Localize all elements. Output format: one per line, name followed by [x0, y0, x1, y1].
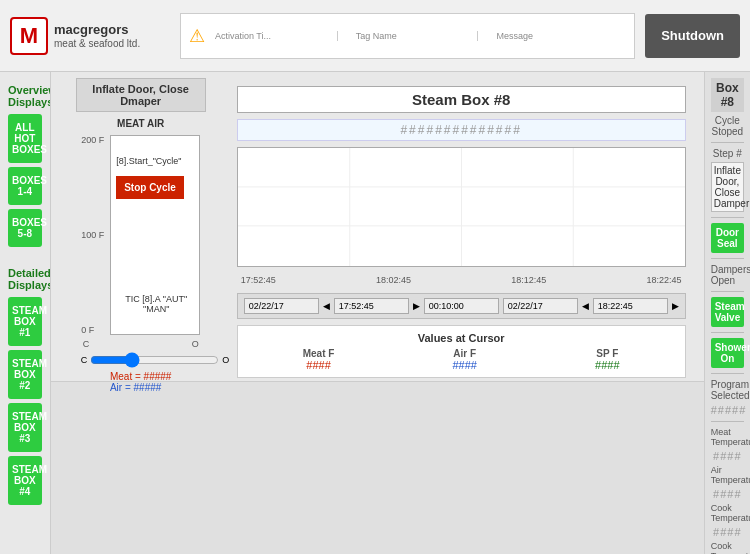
alert-icon: ⚠: [189, 25, 205, 47]
program-val: #####: [711, 404, 744, 416]
slider-input[interactable]: [90, 355, 219, 365]
cook-temp2-label: Cook Temperature: [711, 541, 744, 554]
steam-valve-btn[interactable]: Steam Valve: [711, 297, 744, 327]
sidebar: Overview Displays ALL HOT BOXES BOXES 1-…: [0, 72, 51, 554]
status-box-title: Box #8: [711, 78, 744, 112]
alert-col3: Message: [496, 31, 618, 41]
program-selected-label: Program Selected: [711, 379, 744, 401]
meat-air-values: Meat = ##### Air = #####: [110, 371, 171, 393]
alert-col1: Activation Ti...: [215, 31, 338, 41]
divider2: [711, 217, 744, 218]
cf-labels: C O: [83, 339, 199, 349]
cursor-title: Values at Cursor: [244, 332, 679, 344]
cursor-values: Values at Cursor Meat F #### Air F #### …: [237, 325, 686, 378]
step-label: Step #: [711, 148, 744, 159]
time-start-date[interactable]: [244, 298, 319, 314]
sidebar-btn-all-hot-boxes[interactable]: ALL HOT BOXES: [8, 114, 42, 163]
status-box: Box #8 Cycle Stoped Step # Inflate Door,…: [704, 72, 750, 554]
sidebar-btn-steam-box-3[interactable]: STEAM BOX #3: [8, 403, 42, 452]
cursor-sp-label: SP F: [595, 348, 619, 359]
logo-box: M: [10, 17, 48, 55]
alert-col1-label: Activation Ti...: [215, 31, 329, 41]
tic-label: TIC [8].A "AUT" "MAN": [113, 294, 199, 314]
chart-inner: [8].Start_"Cycle" Stop Cycle TIC [8].A "…: [110, 135, 200, 335]
cursor-air-val: ####: [452, 359, 476, 371]
time-arrow-right[interactable]: ▶: [413, 301, 420, 311]
y-top: 200 F: [81, 135, 104, 145]
cursor-sp-val: ####: [595, 359, 619, 371]
inflate-area: Inflate Door, Close Dmaper MEAT AIR 200 …: [51, 72, 704, 382]
cursor-col-sp: SP F ####: [595, 348, 619, 371]
cycle-stopped-label: Cycle Stoped: [711, 115, 744, 137]
steam-box-title: Steam Box #8: [237, 86, 686, 113]
sidebar-btn-steam-box-4[interactable]: STEAM BOX #4: [8, 456, 42, 505]
cursor-cols: Meat F #### Air F #### SP F ####: [244, 348, 679, 371]
time-label-2: 18:02:45: [376, 275, 411, 285]
chart-container: 200 F 100 F 0 F [8].Start_"Cycle" Stop C…: [81, 135, 200, 335]
logo-area: M macgregors meat & seafood ltd.: [10, 17, 170, 55]
divider5: [711, 332, 744, 333]
meat-value: Meat = #####: [110, 371, 171, 382]
meat-air-label: MEAT AIR: [117, 118, 164, 129]
logo-m: M: [20, 23, 38, 49]
time-start-val[interactable]: [334, 298, 409, 314]
time-arrow-left[interactable]: ◀: [323, 301, 330, 311]
steam-chart: [237, 147, 686, 267]
time-end-val[interactable]: [593, 298, 668, 314]
steam-box-area: Steam Box #8 ############## 17:52:45: [229, 78, 694, 375]
cursor-air-label: Air F: [452, 348, 476, 359]
dampers-label: Dampers Open: [711, 264, 750, 286]
step-value: Inflate Door, Close Damper: [711, 162, 744, 212]
detailed-section-title: Detailed Displays: [8, 263, 42, 293]
main-layout: Overview Displays ALL HOT BOXES BOXES 1-…: [0, 72, 750, 554]
x-o-label: O: [192, 339, 199, 349]
alert-col3-label: Message: [496, 31, 610, 41]
y-bot: 0 F: [81, 325, 104, 335]
time-label-3: 18:12:45: [511, 275, 546, 285]
divider7: [711, 421, 744, 422]
meat-temp-label: Meat Temperature: [711, 427, 744, 447]
shower-on-btn[interactable]: Shower On: [711, 338, 744, 368]
y-mid: 100 F: [81, 230, 104, 240]
steam-hash-bar: ##############: [237, 119, 686, 141]
time-axis: 17:52:45 18:02:45 18:12:45 18:22:45: [237, 273, 686, 287]
cook-temp1-label: Cook Temperature: [711, 503, 744, 523]
inflate-box: Inflate Door, Close Dmaper MEAT AIR 200 …: [61, 78, 221, 375]
time-arrow-left2[interactable]: ◀: [582, 301, 589, 311]
air-temp-val: ####: [711, 488, 744, 500]
cursor-col-meat: Meat F ####: [303, 348, 335, 371]
stop-cycle-button[interactable]: Stop Cycle: [116, 176, 184, 199]
alert-col2: Tag Name: [356, 31, 479, 41]
steam-chart-svg: [238, 148, 685, 266]
y-axis: 200 F 100 F 0 F: [81, 135, 106, 335]
sidebar-btn-steam-box-2[interactable]: STEAM BOX #2: [8, 350, 42, 399]
time-duration[interactable]: [424, 298, 499, 314]
meat-temp-val: ####: [711, 450, 744, 462]
air-temp-label: Air Temperature: [711, 465, 744, 485]
door-seal-btn[interactable]: Door Seal: [711, 223, 744, 253]
time-end-date[interactable]: [503, 298, 578, 314]
cursor-meat-val: ####: [303, 359, 335, 371]
sidebar-btn-boxes-1-4[interactable]: BOXES 1-4: [8, 167, 42, 205]
dampers-row: Dampers Open 0 C: [711, 264, 744, 286]
time-arrow-right2[interactable]: ▶: [672, 301, 679, 311]
cursor-col-air: Air F ####: [452, 348, 476, 371]
cook-temp1-val: ####: [711, 526, 744, 538]
divider3: [711, 258, 744, 259]
shutdown-button[interactable]: Shutdown: [645, 14, 740, 58]
start-cycle-label: [8].Start_"Cycle": [116, 156, 181, 166]
alert-col2-label: Tag Name: [356, 31, 470, 41]
logo-name: macgregors: [54, 22, 140, 38]
header: M macgregors meat & seafood ltd. ⚠ Activ…: [0, 0, 750, 72]
cursor-meat-label: Meat F: [303, 348, 335, 359]
alert-area: ⚠ Activation Ti... Tag Name Message: [180, 13, 635, 59]
center-panel: Inflate Door, Close Dmaper MEAT AIR 200 …: [51, 72, 704, 554]
logo-text-area: macgregors meat & seafood ltd.: [54, 22, 140, 49]
time-label-1: 17:52:45: [241, 275, 276, 285]
sidebar-btn-boxes-5-8[interactable]: BOXES 5-8: [8, 209, 42, 247]
sidebar-btn-steam-box-1[interactable]: STEAM BOX #1: [8, 297, 42, 346]
logo-sub: meat & seafood ltd.: [54, 38, 140, 49]
divider4: [711, 291, 744, 292]
x-c-label: C: [83, 339, 90, 349]
slider-c: C: [81, 355, 88, 365]
